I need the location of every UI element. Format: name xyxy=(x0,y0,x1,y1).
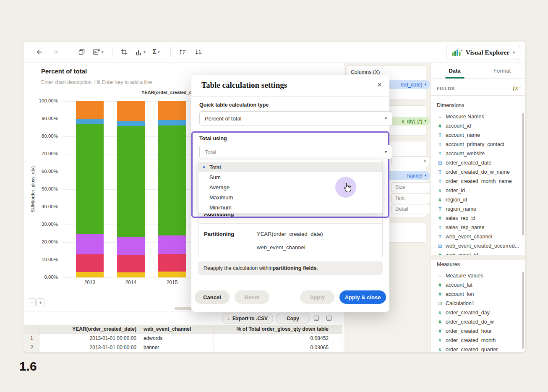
measures-scrollbar[interactable] xyxy=(522,272,524,349)
bar-segment-segment-orange[interactable] xyxy=(117,101,145,121)
mark-target-size[interactable]: Size xyxy=(391,182,430,192)
back-button[interactable] xyxy=(33,45,46,59)
bar-segment-segment-purple[interactable] xyxy=(158,235,186,254)
field-label: order_created_hour xyxy=(446,328,492,334)
chevron-down-icon: ▾ xyxy=(144,50,146,54)
field-label: order_created_quarter xyxy=(446,347,498,352)
bar-segment-segment-red[interactable] xyxy=(76,254,104,272)
bar-segment-segment-green[interactable] xyxy=(76,124,104,233)
dropdown-option-minimum[interactable]: Minimum xyxy=(198,202,382,212)
field-item[interactable]: Taccount_primary_contact xyxy=(433,140,520,149)
field-item[interactable]: #sales_rep_id xyxy=(433,214,520,223)
sort-descending-button[interactable] xyxy=(192,45,205,59)
field-item[interactable]: #account_id xyxy=(433,121,520,131)
column-header: % of Total order_gloss_qty down table xyxy=(214,325,332,334)
chevron-down-icon: ▾ xyxy=(158,50,160,54)
field-item[interactable]: =#Calculation1 xyxy=(433,299,520,308)
dimensions-scrollbar[interactable] xyxy=(522,113,524,235)
bar-segment-segment-red[interactable] xyxy=(158,254,186,272)
dropdown-option-maximum[interactable]: Maximum xyxy=(198,192,382,202)
y-tick-label: 30.00% xyxy=(23,222,60,227)
field-item[interactable]: #order_created_quarter xyxy=(433,345,520,352)
forward-button[interactable] xyxy=(49,45,62,59)
remove-chart-button[interactable]: ▾ xyxy=(91,45,104,59)
field-item[interactable]: Tweb_event_channel xyxy=(433,232,520,241)
tab-format[interactable]: Format xyxy=(478,63,526,78)
y-axis-ticks: 100.00%90.00%80.00%70.00%60.00%50.00%40.… xyxy=(23,63,60,298)
fields-section-label: FIELDS xyxy=(437,86,455,91)
crop-button[interactable] xyxy=(117,45,131,59)
bar-segment-segment-blue[interactable] xyxy=(76,119,104,124)
field-item[interactable]: #region_id xyxy=(433,195,520,204)
fields-tabs: Data Format xyxy=(431,63,526,79)
cancel-button[interactable]: Cancel xyxy=(195,290,230,304)
dropdown-option-label: Sum xyxy=(209,174,221,180)
dropdown-option-sum[interactable]: Sum xyxy=(198,172,382,182)
aggregate-button[interactable]: Σ ▾ xyxy=(149,45,163,59)
bar-segment-segment-orange[interactable] xyxy=(158,101,186,120)
dropdown-option-total[interactable]: Total xyxy=(198,162,382,172)
tab-data[interactable]: Data xyxy=(431,63,478,78)
bar-segment-segment-blue[interactable] xyxy=(117,121,145,126)
bar-segment-segment-blue[interactable] xyxy=(158,120,186,125)
version-label: 1.6 xyxy=(19,359,37,374)
field-item[interactable]: Taccount_name xyxy=(433,131,520,140)
sort-ascending-button[interactable] xyxy=(176,45,189,59)
bar-segment-segment-yellow[interactable] xyxy=(117,272,145,277)
field-item[interactable]: ≡Measure Names xyxy=(433,112,520,121)
export-csv-button[interactable]: ↓ Export to .CSV xyxy=(222,313,273,324)
field-item[interactable]: #order_created_day xyxy=(433,308,520,317)
bar-segment-segment-purple[interactable] xyxy=(76,234,104,254)
zoom-in-button[interactable]: + xyxy=(37,298,44,306)
stacked-bar-2015[interactable] xyxy=(158,101,186,277)
mark-type-select[interactable]: ▾ xyxy=(391,156,429,166)
total-using-label: Total using xyxy=(199,136,227,141)
apply-button[interactable]: Apply xyxy=(300,290,334,304)
apply-close-button[interactable]: Apply & close xyxy=(339,290,386,304)
stacked-bar-2013[interactable] xyxy=(76,101,104,277)
close-icon[interactable]: × xyxy=(377,80,382,89)
stacked-bar-2014[interactable] xyxy=(117,101,145,277)
x-tick-label: 2015 xyxy=(159,280,185,285)
field-item[interactable]: #account_lon xyxy=(433,290,520,299)
field-item[interactable]: ⊞web_event_created_occurred... xyxy=(433,241,520,251)
bar-segment-segment-red[interactable] xyxy=(117,255,145,272)
field-item[interactable]: #account_lat xyxy=(433,280,520,290)
field-item[interactable]: Taccount_website xyxy=(433,149,520,158)
field-item[interactable]: Torder_created_do_w_name xyxy=(433,167,520,177)
field-item[interactable]: #order_created_month xyxy=(433,336,520,345)
field-item[interactable]: #order_created_hour xyxy=(433,327,520,336)
field-item[interactable]: Tregion_name xyxy=(433,204,520,214)
mark-target-text[interactable]: Text xyxy=(391,193,430,203)
expand-table-button[interactable] xyxy=(326,315,332,321)
fields-header: FIELDS ƒx⁺ xyxy=(431,83,526,96)
copy-button[interactable]: Copy xyxy=(276,313,310,324)
duplicate-chart-button[interactable] xyxy=(75,45,89,59)
year-cell: 2013-01-01 00:00:00 xyxy=(39,334,140,343)
total-using-select[interactable]: Total ▾ xyxy=(199,145,392,159)
bar-segment-segment-orange[interactable] xyxy=(76,101,104,119)
field-item[interactable]: #order_created_do_w xyxy=(433,317,520,327)
quick-calc-select[interactable]: Percent of total ▾ xyxy=(199,111,392,125)
bar-segment-segment-yellow[interactable] xyxy=(76,272,104,277)
bar-segment-segment-purple[interactable] xyxy=(117,237,145,255)
field-item[interactable]: Tsales_rep_name xyxy=(433,223,520,232)
chevron-down-icon: ▾ xyxy=(102,50,104,54)
field-item[interactable]: ⊞order_created_date xyxy=(433,158,520,167)
bar-segment-segment-yellow[interactable] xyxy=(158,272,186,277)
zoom-out-button[interactable]: − xyxy=(28,298,36,306)
field-item[interactable]: #order_id xyxy=(433,186,520,195)
bar-segment-segment-green[interactable] xyxy=(158,125,186,235)
field-item[interactable]: Torder_created_month_name xyxy=(433,177,520,186)
calculation-icon: =# xyxy=(437,301,443,306)
chart-type-button[interactable]: ▾ xyxy=(133,45,147,59)
mark-target-detail[interactable]: Detail xyxy=(391,204,430,214)
bar-segment-segment-green[interactable] xyxy=(117,126,145,237)
collapse-table-button[interactable] xyxy=(313,315,320,321)
visual-explorer-button[interactable]: Visual Explorer ▾ xyxy=(446,45,520,60)
tab-data-label: Data xyxy=(449,68,460,74)
field-item[interactable]: ≡Measure Values xyxy=(433,271,520,280)
reset-button[interactable]: Reset xyxy=(235,290,269,304)
create-calculation-icon[interactable]: ƒx⁺ xyxy=(512,85,521,91)
partitioning-value: YEAR(order_created_date) xyxy=(257,231,323,237)
